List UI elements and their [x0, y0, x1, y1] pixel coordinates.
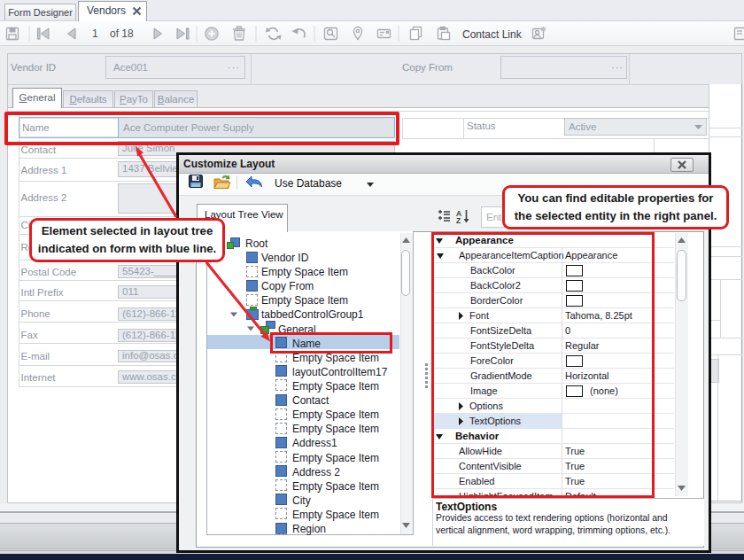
svg-text:of 18: of 18 [110, 27, 134, 40]
svg-text:Contact Link: Contact Link [462, 28, 523, 41]
svg-text:1: 1 [92, 27, 98, 40]
svg-text:Z: Z [456, 216, 461, 224]
